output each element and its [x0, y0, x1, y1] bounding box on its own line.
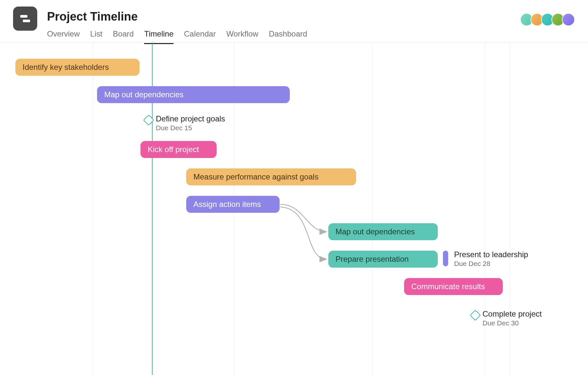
mini-milestone-label: Present to leadershipDue Dec 28 — [454, 250, 528, 268]
task-bar-identify-stakeholders[interactable]: Identify key stakeholders — [15, 59, 139, 76]
tab-list[interactable]: List — [90, 29, 102, 44]
task-bar-measure-performance[interactable]: Measure performance against goals — [186, 168, 356, 185]
svg-rect-0 — [20, 15, 27, 18]
milestone-diamond-icon — [143, 115, 154, 126]
avatar-stack[interactable] — [523, 13, 575, 26]
task-bar-communicate-results[interactable]: Communicate results — [404, 278, 503, 295]
milestone-title: Complete project — [482, 309, 542, 319]
milestone-complete-project[interactable]: Complete projectDue Dec 30 — [471, 309, 542, 327]
milestone-define-goals[interactable]: Define project goalsDue Dec 15 — [145, 114, 225, 132]
avatar[interactable] — [562, 13, 575, 26]
tab-overview[interactable]: Overview — [47, 29, 80, 44]
milestone-due: Due Dec 30 — [482, 319, 542, 327]
timeline-canvas[interactable]: Identify key stakeholdersMap out depende… — [0, 42, 588, 375]
task-bar-map-dependencies-2[interactable]: Map out dependencies — [328, 223, 438, 240]
task-bar-kick-off-project[interactable]: Kick off project — [140, 141, 217, 158]
tab-timeline[interactable]: Timeline — [144, 29, 173, 44]
tab-workflow[interactable]: Workflow — [226, 29, 258, 44]
title-area: Project Timeline Overview List Board Tim… — [47, 7, 307, 44]
mini-milestone-pill[interactable] — [443, 251, 448, 266]
mini-milestone-title: Present to leadership — [454, 250, 528, 259]
tab-calendar[interactable]: Calendar — [184, 29, 216, 44]
tabs: Overview List Board Timeline Calendar Wo… — [47, 29, 307, 44]
task-bar-assign-action-items[interactable]: Assign action items — [186, 196, 280, 213]
tab-board[interactable]: Board — [113, 29, 134, 44]
gridline — [93, 42, 93, 375]
task-bar-map-dependencies-1[interactable]: Map out dependencies — [97, 86, 290, 103]
header: Project Timeline Overview List Board Tim… — [0, 0, 588, 42]
milestone-due: Due Dec 15 — [156, 124, 225, 132]
milestone-title: Define project goals — [156, 114, 225, 123]
mini-milestone-due: Due Dec 28 — [454, 260, 528, 268]
page-title: Project Timeline — [47, 10, 307, 23]
milestone-diamond-icon — [470, 310, 481, 321]
tab-dashboard[interactable]: Dashboard — [269, 29, 307, 44]
project-logo-icon — [13, 7, 37, 31]
gridline — [372, 42, 373, 375]
task-bar-prepare-presentation[interactable]: Prepare presentation — [328, 251, 438, 268]
svg-rect-1 — [23, 20, 30, 22]
